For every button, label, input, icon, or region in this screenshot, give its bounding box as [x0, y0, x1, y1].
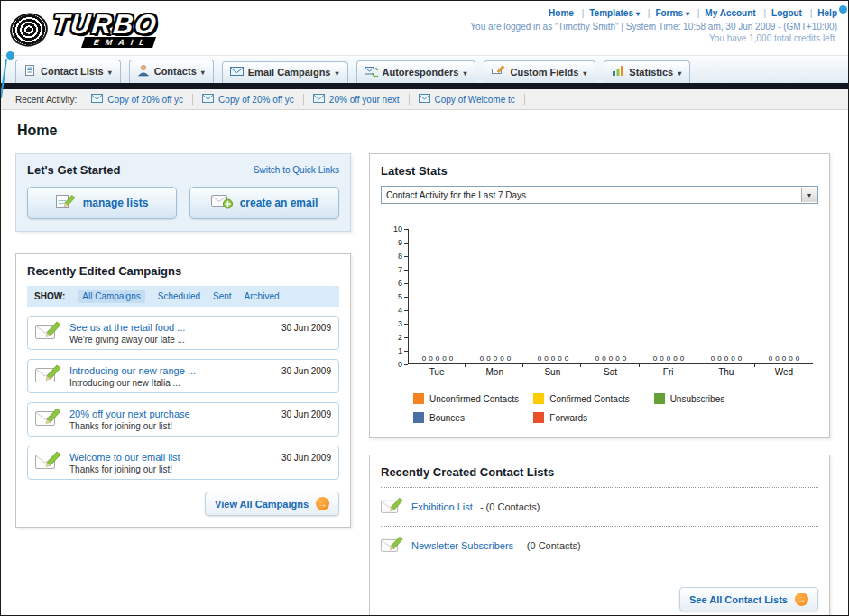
bar-value-label: 0: [422, 354, 426, 363]
get-started-title: Let's Get Started: [27, 163, 121, 177]
campaign-subtitle: Introducing our new Italia ...: [69, 378, 196, 388]
campaign-item: Welcome to our email list Thanks for joi…: [27, 446, 339, 480]
chart-legend: Unconfirmed ContactsConfirmed ContactsUn…: [413, 393, 774, 423]
campaign-title-link[interactable]: Welcome to our email list: [69, 452, 180, 463]
tab-label: Email Campaigns: [248, 67, 331, 78]
x-tick-label: Sat: [581, 364, 639, 377]
bar-value-label: 0: [660, 354, 663, 363]
page-title: Home: [17, 123, 830, 139]
tab-autoresponders[interactable]: Autoresponders: [356, 60, 476, 83]
legend-swatch: [413, 412, 424, 423]
tab-custom-fields[interactable]: Custom Fields: [484, 60, 595, 83]
filter-scheduled[interactable]: Scheduled: [158, 291, 200, 301]
recent-activity-bar: Recent Activity: Copy of 20% off yc Copy…: [1, 89, 848, 110]
tab-statistics[interactable]: Statistics: [604, 60, 690, 83]
campaign-date: 30 Jun 2009: [281, 321, 331, 333]
custom-fields-icon: [492, 65, 505, 78]
stats-select-value: Contact Activity for the Last 7 Days: [386, 190, 526, 200]
chart-bar-group: 00000: [582, 354, 640, 363]
recently-edited-campaigns-panel: Recently Edited Campaigns SHOW: All Camp…: [15, 253, 351, 528]
contact-list-count: - (0 Contacts): [521, 540, 581, 551]
filter-archived[interactable]: Archived: [245, 291, 280, 301]
top-link-logout[interactable]: Logout: [758, 8, 801, 18]
header-right: Home Templates Forms My Account Logout H…: [470, 6, 837, 53]
arrow-right-icon: [316, 497, 329, 510]
email-campaigns-icon: [230, 66, 244, 78]
recent-activity-item[interactable]: Copy of 20% off yc: [193, 94, 304, 105]
bar-value-label: 0: [602, 354, 605, 363]
contact-list-count: - (0 Contacts): [480, 501, 540, 512]
bar-value-label: 0: [500, 354, 503, 363]
credits-info: You have 1,000 total credits left.: [470, 33, 837, 43]
bar-value-label: 0: [667, 354, 670, 363]
bar-value-label: 0: [717, 354, 721, 363]
top-link-forms[interactable]: Forms: [642, 8, 689, 18]
tab-label: Statistics: [629, 67, 673, 78]
manage-lists-button[interactable]: manage lists: [27, 187, 177, 219]
bar-value-label: 0: [738, 354, 742, 363]
divider: [381, 487, 818, 488]
bar-value-label: 0: [653, 354, 657, 363]
contact-list-name-link[interactable]: Newsletter Subscribers: [411, 540, 513, 551]
recent-activity-label: Recent Activity:: [15, 95, 77, 105]
switch-quick-links-link[interactable]: Switch to Quick Links: [254, 165, 339, 175]
main-nav: Contact Lists Contacts Email Campaigns A…: [1, 55, 848, 83]
campaign-title-link[interactable]: 20% off your next purchase: [69, 409, 190, 419]
legend-label: Unconfirmed Contacts: [429, 394, 519, 404]
recent-activity-item[interactable]: 20% off your next: [304, 94, 410, 105]
app-logo[interactable]: TURBO EMAIL: [10, 6, 158, 53]
campaign-filter-bar: SHOW: All Campaigns Scheduled Sent Archi…: [27, 286, 339, 307]
tab-label: Contacts: [154, 66, 197, 77]
select-dropdown-icon: [801, 188, 817, 202]
filter-all-campaigns[interactable]: All Campaigns: [78, 290, 144, 303]
create-email-button[interactable]: create an email: [189, 187, 339, 219]
logo-title: TURBO: [51, 12, 160, 38]
bar-value-label: 0: [724, 354, 728, 363]
edit-envelope-icon: [381, 497, 404, 517]
logo-subtitle: EMAIL: [81, 37, 156, 48]
contacts-icon: [137, 64, 150, 78]
contact-list-name-link[interactable]: Exhibition List: [411, 501, 473, 512]
see-all-contact-lists-button[interactable]: See All Contact Lists: [679, 587, 818, 611]
top-link-help[interactable]: Help: [805, 8, 837, 18]
campaign-title-link[interactable]: See us at the retail food ...: [69, 322, 185, 333]
x-tick-label: Sun: [523, 364, 581, 377]
recent-activity-item[interactable]: Copy of Welcome tc: [410, 94, 525, 105]
view-all-campaigns-button[interactable]: View All Campaigns: [205, 492, 339, 516]
campaign-subtitle: We're giving away our late ...: [69, 335, 185, 345]
top-link-home[interactable]: Home: [549, 8, 574, 18]
bar-value-label: 0: [789, 354, 792, 363]
divider: [381, 565, 818, 565]
top-link-templates[interactable]: Templates: [577, 8, 640, 18]
bar-value-label: 0: [769, 354, 772, 363]
legend-item: Bounces: [413, 412, 533, 423]
contact-list-item: Exhibition List - (0 Contacts): [381, 494, 818, 519]
get-started-panel: Let's Get Started Switch to Quick Links …: [15, 153, 351, 232]
latest-stats-panel: Latest Stats Contact Activity for the La…: [369, 153, 830, 438]
filter-sent[interactable]: Sent: [213, 291, 232, 301]
top-link-my-account[interactable]: My Account: [692, 8, 756, 18]
divider: [381, 526, 818, 527]
chart-bar-group: 00000: [409, 354, 466, 363]
envelope-icon: [419, 94, 430, 105]
campaign-date: 30 Jun 2009: [281, 451, 331, 463]
stats-period-select[interactable]: Contact Activity for the Last 7 Days: [381, 186, 818, 204]
tab-email-campaigns[interactable]: Email Campaigns: [222, 61, 348, 83]
top-nav: Home Templates Forms My Account Logout H…: [470, 8, 837, 18]
bar-value-label: 0: [551, 354, 555, 363]
chart-plot: 00000000000000000000000000000000000: [408, 229, 813, 364]
campaign-item: See us at the retail food ... We're givi…: [27, 316, 339, 350]
bar-value-label: 0: [442, 354, 446, 363]
tab-contact-lists[interactable]: Contact Lists: [15, 60, 121, 83]
tab-contacts[interactable]: Contacts: [129, 60, 214, 83]
x-tick-label: Thu: [697, 364, 755, 377]
campaign-item: Introducing our new range ... Introducin…: [27, 359, 339, 393]
logo-swoosh-icon: [7, 10, 51, 51]
campaign-title-link[interactable]: Introducing our new range ...: [69, 365, 196, 376]
recent-activity-item[interactable]: Copy of 20% off yc: [82, 94, 193, 105]
edit-envelope-icon: [35, 408, 62, 431]
campaign-date: 30 Jun 2009: [281, 364, 331, 376]
edit-list-icon: [56, 194, 76, 212]
tab-label: Custom Fields: [510, 67, 578, 78]
bar-value-label: 0: [731, 354, 734, 363]
